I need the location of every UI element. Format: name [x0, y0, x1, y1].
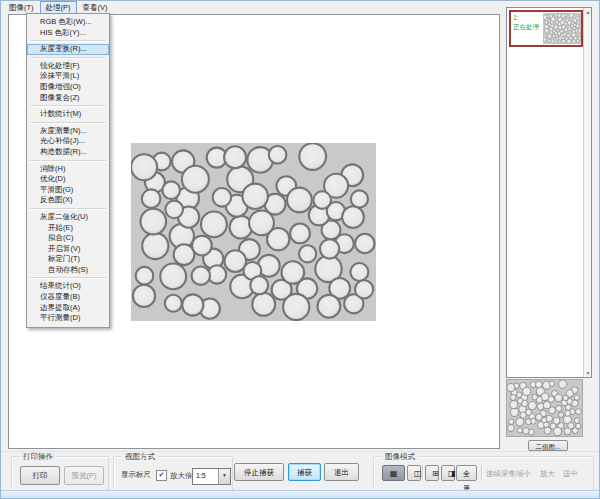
- menu-item[interactable]: 平行测量(D): [27, 313, 109, 324]
- tile-icon: ⊞: [432, 469, 439, 478]
- mode-group-label: 图像模式: [382, 452, 418, 462]
- menu-item[interactable]: 平滑图(G): [27, 185, 109, 196]
- menu-separator: [30, 277, 106, 279]
- thumbnail-list-scrollbar[interactable]: ▲ ▼: [583, 8, 591, 377]
- menu-item[interactable]: 灰度变换(R)...: [27, 44, 109, 55]
- print-groupbox: 打印操作 打印 预览(P): [11, 456, 109, 492]
- view-group-label: 视图方式: [122, 452, 158, 462]
- menubar-item-process[interactable]: 处理(P): [40, 1, 77, 14]
- menu-item[interactable]: 开启算(V): [27, 244, 109, 255]
- app-window: 图像(T) 处理(P) 查看(V) RGB 色彩(W)...HIS 色彩(Y).…: [0, 0, 600, 499]
- binary-view-button[interactable]: 二值图...: [528, 440, 568, 451]
- status-bar: [1, 490, 600, 498]
- menu-item[interactable]: 灰度二值化(U): [27, 212, 109, 223]
- grid-icon: ▦: [390, 469, 398, 478]
- menu-separator: [30, 122, 106, 124]
- exit-button[interactable]: 退出: [324, 463, 359, 481]
- status-label-zoom-in: 放大: [540, 469, 555, 479]
- menubar-item-image[interactable]: 图像(T): [3, 1, 40, 14]
- menu-item[interactable]: 光心补偿(J)...: [27, 136, 109, 147]
- scroll-up-icon[interactable]: ▲: [584, 8, 592, 16]
- menu-item[interactable]: 标定门(T): [27, 254, 109, 265]
- menu-item[interactable]: 结果统计(O): [27, 281, 109, 292]
- stop-capture-button[interactable]: 停止捕获: [234, 463, 284, 481]
- menu-item[interactable]: 构造数据(R)...: [27, 147, 109, 158]
- split-view-button[interactable]: ◫: [407, 465, 421, 481]
- preview-thumbnail: [506, 379, 583, 437]
- fullscreen-button[interactable]: 全屏: [456, 465, 477, 481]
- zoom-combobox[interactable]: 1:5 ▼: [192, 468, 231, 485]
- scroll-down-icon[interactable]: ▼: [584, 369, 592, 377]
- menu-item[interactable]: 优化(D): [27, 174, 109, 185]
- view-groupbox: 视图方式 显示标尺 ✔ 放大倍数: 1:5 ▼: [113, 456, 233, 492]
- menu-item[interactable]: 涂抹平滑(L): [27, 71, 109, 82]
- menu-item[interactable]: 图像复合(Z): [27, 93, 109, 104]
- micrograph-svg: [131, 143, 376, 321]
- grid-view-button[interactable]: ▦: [382, 465, 405, 481]
- print-button[interactable]: 打印: [20, 466, 60, 485]
- half-view-button[interactable]: ◨: [441, 465, 455, 481]
- toolbar-divider: [481, 465, 483, 481]
- ruler-checkbox[interactable]: ✔: [156, 470, 167, 481]
- status-label-zoom-out: 缩小: [516, 469, 531, 479]
- process-menu-dropdown: RGB 色彩(W)...HIS 色彩(Y)...灰度变换(R)...锐化处理(F…: [26, 13, 110, 328]
- thumbnail-list[interactable]: 1: 正在处理 ▲ ▼: [506, 7, 592, 378]
- thumbnail-list-item-selected[interactable]: 1: 正在处理: [509, 10, 583, 47]
- tile-view-button[interactable]: ⊞: [425, 465, 439, 481]
- menu-item[interactable]: 自动存档(S): [27, 265, 109, 276]
- thumbnail-label: 1: 正在处理: [511, 12, 543, 45]
- menu-item[interactable]: 消除(H): [27, 164, 109, 175]
- bottom-toolbar: 打印操作 打印 预览(P) 视图方式 显示标尺 ✔ 放大倍数: 1:5 ▼ 停止…: [1, 451, 600, 493]
- menu-separator: [30, 208, 106, 210]
- menu-item[interactable]: 拟合(C): [27, 233, 109, 244]
- menu-item[interactable]: 反色图(X): [27, 195, 109, 206]
- menu-item[interactable]: 锐化处理(F): [27, 61, 109, 72]
- status-label-fit: 适中: [563, 469, 578, 479]
- menu-item[interactable]: 开始(E): [27, 223, 109, 234]
- split-icon: ◫: [414, 469, 422, 478]
- mode-groupbox: 图像模式 ▦ ◫ ⊞ ◨ 全屏 连续采集 缩小 放大 适中: [373, 456, 594, 492]
- menu-item[interactable]: 边界提取(A): [27, 303, 109, 314]
- status-label-capture-mode: 连续采集: [486, 469, 516, 479]
- menubar-item-view[interactable]: 查看(V): [77, 1, 114, 14]
- toolbar-divider: [422, 465, 424, 481]
- print-group-label: 打印操作: [20, 452, 56, 462]
- print-preview-button[interactable]: 预览(P): [64, 466, 104, 485]
- menu-separator: [30, 57, 106, 59]
- menu-item[interactable]: HIS 色彩(Y)...: [27, 28, 109, 39]
- check-icon: ✔: [159, 471, 165, 478]
- menu-item[interactable]: 仪器度量(B): [27, 292, 109, 303]
- zoom-value: 1:5: [196, 472, 206, 479]
- chevron-down-icon[interactable]: ▼: [218, 469, 230, 484]
- half-view-icon: ◨: [448, 469, 456, 478]
- micrograph-image: [131, 143, 376, 321]
- capture-button[interactable]: 捕获: [288, 463, 321, 481]
- menu-item[interactable]: 计数统计(M): [27, 109, 109, 120]
- menu-item[interactable]: 灰度测量(N)...: [27, 126, 109, 137]
- ruler-label: 显示标尺: [121, 470, 151, 480]
- thumbnail-mini-image: [543, 13, 581, 44]
- menu-separator: [30, 40, 106, 42]
- menu-separator: [30, 105, 106, 107]
- menu-separator: [30, 160, 106, 162]
- menu-item[interactable]: 图像增强(O): [27, 82, 109, 93]
- menu-item[interactable]: RGB 色彩(W)...: [27, 17, 109, 28]
